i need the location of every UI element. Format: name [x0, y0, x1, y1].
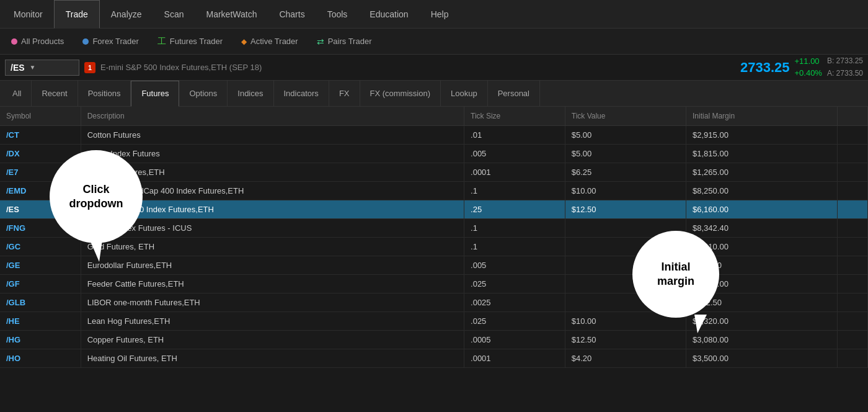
tab-fx[interactable]: FX: [329, 81, 360, 107]
cell-desc: Euro FX Futures,ETH: [81, 163, 464, 182]
cell-desc: LIBOR one-month Futures,ETH: [81, 293, 464, 312]
sub-navigation: All Products Forex Trader ⼯ Futures Trad…: [0, 29, 868, 55]
ticker-description: E-mini S&P 500 Index Futures,ETH (SEP 18…: [100, 63, 735, 72]
ask-line: A: 2733.50: [827, 68, 863, 79]
table-row[interactable]: /HOHeating Oil Futures, ETH.0001$4.20$3,…: [0, 349, 868, 368]
cell-margin: $8,250.00: [686, 182, 838, 200]
table-row[interactable]: /E7Euro FX Futures,ETH.0001$6.25$1,265.0…: [0, 163, 868, 182]
tab-fx-commission[interactable]: FX (commission): [360, 81, 441, 107]
table-row[interactable]: /HELean Hog Futures,ETH.025$10.00$1,320.…: [0, 312, 868, 331]
cell-symbol: /EMD: [0, 182, 81, 200]
subnav-forex-trader[interactable]: Forex Trader: [74, 31, 147, 52]
all-products-icon: [11, 38, 17, 45]
cell-tick: .005: [464, 145, 565, 163]
col-header-tick: Tick Size: [464, 107, 565, 126]
subnav-active-trader[interactable]: ◆ Active Trader: [232, 31, 307, 52]
tab-futures[interactable]: Futures: [131, 81, 179, 107]
cell-desc: Eurodollar Futures,ETH: [81, 256, 464, 275]
nav-help[interactable]: Help: [420, 0, 460, 29]
nav-scan[interactable]: Scan: [153, 0, 195, 29]
tab-lookup[interactable]: Lookup: [441, 81, 488, 107]
pairs-trader-icon: ⇄: [317, 37, 324, 47]
cell-filler: [838, 200, 868, 219]
cell-tickval: $5.00: [565, 145, 686, 163]
table-row[interactable]: /CTCotton Futures.01$5.00$2,915.00: [0, 126, 868, 145]
cell-tick: .25: [464, 200, 565, 219]
table-row[interactable]: /GEEurodollar Futures,ETH.005$165.00: [0, 256, 868, 275]
table-row[interactable]: /GFFeeder Cattle Futures,ETH.025$3,080.0…: [0, 275, 868, 293]
cell-margin: $192.50: [686, 293, 838, 312]
cell-filler: [838, 219, 868, 238]
subnav-futures-trader[interactable]: ⼯ Futures Trader: [149, 31, 231, 52]
bid-line: B: 2733.25: [827, 55, 863, 67]
nav-marketwatch[interactable]: MarketWatch: [195, 0, 268, 29]
cell-desc: E-mini S&P 500 Index Futures,ETH: [81, 200, 464, 219]
cell-symbol: /GE: [0, 256, 81, 275]
symbol-value: /ES: [11, 63, 25, 73]
tab-personal[interactable]: Personal: [488, 81, 540, 107]
col-header-tickval: Tick Value: [565, 107, 686, 126]
subnav-pairs-trader[interactable]: ⇄ Pairs Trader: [308, 31, 381, 52]
cell-margin: $1,320.00: [686, 312, 838, 331]
tab-positions[interactable]: Positions: [78, 81, 131, 107]
nav-education[interactable]: Education: [358, 0, 419, 29]
bid-value: 2733.25: [836, 56, 863, 65]
change-pct: +0.40%: [794, 68, 822, 79]
cell-tickval: [565, 293, 686, 312]
tab-options[interactable]: Options: [179, 81, 228, 107]
col-header-desc: Description: [81, 107, 464, 126]
nav-analyze[interactable]: Analyze: [100, 0, 153, 29]
table-row[interactable]: /GLBLIBOR one-month Futures,ETH.0025$192…: [0, 293, 868, 312]
cell-tick: .0001: [464, 163, 565, 182]
subnav-all-products[interactable]: All Products: [2, 31, 73, 52]
cell-margin: $6,160.00: [686, 200, 838, 219]
nav-trade[interactable]: Trade: [54, 0, 100, 29]
cell-tick: .0001: [464, 349, 565, 368]
nav-monitor[interactable]: Monitor: [2, 0, 54, 29]
tab-recent[interactable]: Recent: [32, 81, 78, 107]
cell-desc: Gold Futures, ETH: [81, 238, 464, 256]
cell-tickval: $5.00: [565, 126, 686, 145]
cell-tickval: $4.20: [565, 349, 686, 368]
nav-charts[interactable]: Charts: [268, 0, 316, 29]
symbol-dropdown[interactable]: /ES ▼: [5, 60, 79, 76]
cell-margin: $3,080.00: [686, 275, 838, 293]
cell-tick: .1: [464, 238, 565, 256]
table-row[interactable]: /EMDE-mini S&P MidCap 400 Index Futures,…: [0, 182, 868, 200]
top-navigation: Monitor Trade Analyze Scan MarketWatch C…: [0, 0, 868, 29]
ticker-change: +11.00 +0.40%: [794, 56, 822, 78]
cell-symbol: /GLB: [0, 293, 81, 312]
table-row[interactable]: /FNGFANG+ Index Futures - ICUS.1$8,342.4…: [0, 219, 868, 238]
cell-tick: .01: [464, 126, 565, 145]
cell-desc: Lean Hog Futures,ETH: [81, 312, 464, 331]
cell-margin: $3,500.00: [686, 349, 838, 368]
ask-label: A:: [827, 69, 834, 78]
cell-symbol: /HE: [0, 312, 81, 331]
cell-margin: $8,342.40: [686, 219, 838, 238]
cell-filler: [838, 238, 868, 256]
cell-symbol: /HG: [0, 331, 81, 349]
cell-margin: $1,815.00: [686, 145, 838, 163]
cell-tick: .0025: [464, 293, 565, 312]
cell-filler: [838, 275, 868, 293]
tab-indices[interactable]: Indices: [228, 81, 273, 107]
futures-trader-icon: ⼯: [157, 36, 166, 47]
cell-desc: Copper Futures, ETH: [81, 331, 464, 349]
cell-tickval: [565, 219, 686, 238]
change-abs: +11.00: [794, 56, 822, 67]
cell-filler: [838, 349, 868, 368]
tab-indicators[interactable]: Indicators: [274, 81, 329, 107]
cell-desc: E-mini S&P MidCap 400 Index Futures,ETH: [81, 182, 464, 200]
ask-value: 2733.50: [836, 69, 863, 78]
table-scroll-container[interactable]: Symbol Description Tick Size Tick Value …: [0, 107, 868, 374]
cell-symbol: /DX: [0, 145, 81, 163]
table-row[interactable]: /HGCopper Futures, ETH.0005$12.50$3,080.…: [0, 331, 868, 349]
tab-all[interactable]: All: [2, 81, 32, 107]
cell-tickval: $10.00: [565, 182, 686, 200]
table-row[interactable]: /GCGold Futures, ETH.1$3,410.00: [0, 238, 868, 256]
table-row[interactable]: /ESE-mini S&P 500 Index Futures,ETH.25$1…: [0, 200, 868, 219]
table-row[interactable]: /DXDollar Index Futures.005$5.00$1,815.0…: [0, 145, 868, 163]
nav-tools[interactable]: Tools: [316, 0, 359, 29]
cell-symbol: /ES: [0, 200, 81, 219]
col-header-symbol: Symbol: [0, 107, 81, 126]
